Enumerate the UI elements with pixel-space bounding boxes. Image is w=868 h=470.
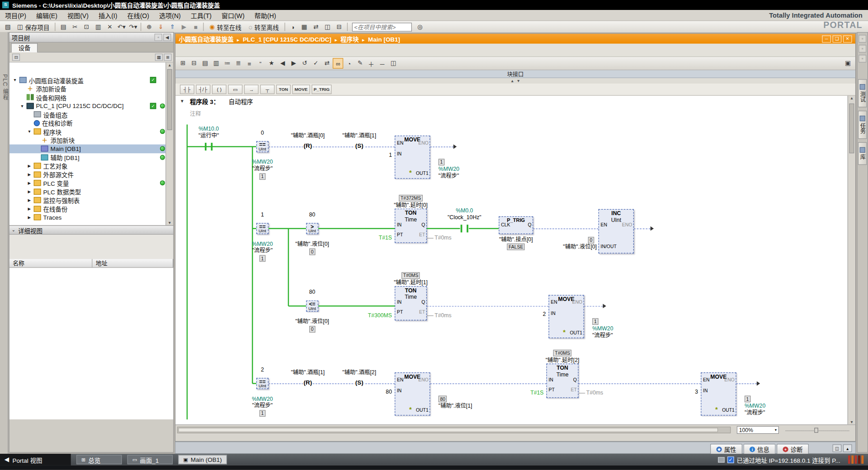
cut-icon[interactable]: ✂ bbox=[70, 22, 80, 32]
scroll-down-icon[interactable]: ▼ bbox=[166, 221, 173, 225]
task-card-tasks[interactable]: 任务 bbox=[858, 111, 867, 139]
close-button[interactable]: ✕ bbox=[843, 35, 852, 42]
monitor-value-once-icon[interactable]: ◔ bbox=[344, 58, 354, 69]
delete-row-icon[interactable]: ▥ bbox=[211, 58, 222, 69]
tree-item[interactable]: ▶PLC 变量 bbox=[9, 179, 165, 188]
network-comments-toggle-icon[interactable]: ” bbox=[255, 58, 265, 69]
breadcrumb-item[interactable]: 小圆瓶自动灌装旋盖 bbox=[179, 36, 234, 43]
favorite-ptrig[interactable]: P_TRIG bbox=[311, 85, 332, 94]
menu-item[interactable]: 在线(O) bbox=[122, 9, 154, 20]
online-diagnostics-icon[interactable]: ◑ bbox=[287, 22, 298, 32]
compile-icon[interactable]: ⊕ bbox=[144, 22, 155, 32]
tree-expander-icon[interactable]: ▼ bbox=[19, 104, 25, 108]
paste-icon[interactable]: ▥ bbox=[93, 22, 104, 32]
tree-expander-icon[interactable]: ▼ bbox=[27, 130, 32, 134]
task-card-libraries[interactable]: 库 bbox=[858, 142, 867, 165]
insert-no-contact[interactable]: ┤├ bbox=[180, 85, 194, 94]
undo-icon[interactable]: ↶▾ bbox=[116, 22, 127, 32]
task-card-testing[interactable]: 测试 bbox=[858, 79, 867, 107]
favorite-ton[interactable]: TON bbox=[276, 85, 291, 94]
collapse-panel-icon[interactable]: ◀ bbox=[163, 34, 171, 41]
block-interface-bar[interactable]: 块接口 bbox=[175, 70, 855, 78]
zoom-slider-thumb[interactable] bbox=[814, 428, 818, 433]
menu-item[interactable]: 窗口(W) bbox=[217, 9, 250, 20]
favorites-toggle-icon[interactable]: ★ bbox=[266, 58, 277, 69]
menu-item[interactable]: 插入(I) bbox=[94, 9, 123, 20]
tree-item[interactable]: ▼PLC_1 [CPU 1215C DC/DC/DC]✓ bbox=[9, 102, 165, 110]
cross-reference-icon[interactable]: ⇄ bbox=[310, 22, 321, 32]
splitter-up-icon[interactable]: ▲ bbox=[510, 79, 514, 83]
tree-view-options-icon[interactable]: ▦ bbox=[155, 54, 163, 61]
tree-item[interactable]: Main [OB1] bbox=[9, 145, 165, 153]
scroll-up-icon[interactable]: ▲ bbox=[848, 96, 855, 100]
insert-open-branch[interactable]: → bbox=[244, 85, 259, 94]
details-view-header[interactable]: ⌄ 详细视图 bbox=[9, 225, 173, 235]
menu-item[interactable]: 编辑(E) bbox=[31, 9, 62, 20]
interface-splitter[interactable]: ▲ ▼ bbox=[175, 78, 855, 84]
tree-item[interactable]: ＋添加新块 bbox=[9, 136, 165, 145]
network-collapse-icon[interactable]: ▼ bbox=[180, 99, 184, 104]
zoom-select[interactable]: 100% ▾ bbox=[737, 426, 779, 434]
collapsed-pane-2-icon[interactable]: ▫ bbox=[859, 45, 866, 52]
delete-network-icon[interactable]: ⊟ bbox=[189, 58, 199, 69]
download-to-device-icon[interactable]: ⇓ bbox=[155, 22, 166, 32]
ladder-contact[interactable] bbox=[205, 143, 207, 150]
tree-expander-icon[interactable]: ▼ bbox=[12, 78, 18, 82]
zoom-out-icon[interactable]: － bbox=[377, 58, 387, 69]
tree-item[interactable]: ▼程序块 bbox=[9, 127, 165, 136]
stop-cpu-icon[interactable]: ■ bbox=[190, 22, 201, 32]
tree-item[interactable]: ▶Traces bbox=[9, 213, 165, 221]
ladder-contact[interactable] bbox=[467, 225, 468, 232]
collapse-inspector-icon[interactable]: ▴ bbox=[843, 444, 852, 452]
menu-item[interactable]: 选项(N) bbox=[154, 9, 186, 20]
tree-item[interactable]: ▶监控与强制表 bbox=[9, 196, 165, 204]
insert-empty-box[interactable]: ▭ bbox=[228, 85, 242, 94]
expand-all-networks-icon[interactable]: ≣ bbox=[233, 58, 244, 69]
pin-panel-icon[interactable]: ▫ bbox=[155, 34, 162, 41]
splitter-down-icon[interactable]: ▼ bbox=[516, 79, 520, 83]
tree-expander-icon[interactable]: ▶ bbox=[27, 198, 32, 202]
start-cpu-icon[interactable]: ▶ bbox=[179, 22, 189, 32]
split-editor-vertical-icon[interactable]: ⊟ bbox=[334, 22, 344, 32]
insert-nc-contact[interactable]: ┤/├ bbox=[196, 85, 210, 94]
portal-view-button[interactable]: ◀ Portal 视图 bbox=[0, 454, 71, 465]
tree-expander-icon[interactable]: ▶ bbox=[27, 207, 32, 211]
tree-expander-icon[interactable]: ▶ bbox=[27, 172, 32, 177]
print-icon[interactable]: ▤ bbox=[58, 22, 69, 32]
modify-operand-icon[interactable]: ✎ bbox=[355, 58, 365, 69]
tab-properties[interactable]: ◆属性 bbox=[710, 444, 742, 454]
breadcrumb-item[interactable]: 程序块 bbox=[340, 36, 359, 43]
split-editor-icon[interactable]: ◫ bbox=[388, 58, 398, 69]
ladder-contact[interactable] bbox=[461, 225, 462, 232]
absolute-symbolic-operands-icon[interactable]: ≔ bbox=[222, 58, 232, 69]
search-in-project-icon[interactable]: ◎ bbox=[415, 22, 425, 32]
split-editor-horizontal-icon[interactable]: ◫ bbox=[322, 22, 333, 32]
maximize-button[interactable]: ❏ bbox=[833, 35, 842, 42]
delete-icon[interactable]: ✕ bbox=[104, 22, 115, 32]
insert-close-branch[interactable]: ┬ bbox=[260, 85, 275, 94]
insert-coil[interactable]: ( ) bbox=[212, 85, 226, 94]
taskbar-overview[interactable]: ⊞总览 bbox=[76, 455, 122, 465]
tree-item[interactable]: 在线和诊断 bbox=[9, 119, 165, 127]
go-online-button[interactable]: ◉转至在线 bbox=[206, 22, 245, 32]
menu-item[interactable]: 项目(P) bbox=[0, 9, 31, 20]
tree-item[interactable]: ▶在线备份 bbox=[9, 204, 165, 213]
copy-icon[interactable]: ⊡ bbox=[81, 22, 92, 32]
project-search-input[interactable] bbox=[352, 23, 411, 32]
tab-info[interactable]: i信息 bbox=[743, 444, 775, 454]
column-name[interactable]: 名称 bbox=[9, 259, 93, 268]
scroll-thumb[interactable] bbox=[178, 428, 718, 432]
float-inspector-icon[interactable]: ◫ bbox=[833, 444, 842, 452]
tree-outline-icon[interactable]: ⊟ bbox=[12, 54, 20, 61]
editor-vertical-scrollbar[interactable]: ▲ ▼ bbox=[848, 96, 855, 424]
column-address[interactable]: 地址 bbox=[92, 259, 173, 268]
breadcrumb-item[interactable]: PLC_1 [CPU 1215C DC/DC/DC] bbox=[243, 36, 331, 43]
tree-context-menu-icon[interactable]: ≣ bbox=[164, 54, 171, 61]
editor-horizontal-scrollbar[interactable] bbox=[177, 427, 731, 433]
consistency-check-icon[interactable]: ✓ bbox=[311, 58, 321, 69]
scroll-up-icon[interactable]: ▲ bbox=[166, 63, 173, 67]
tree-expander-icon[interactable]: ▶ bbox=[27, 164, 32, 168]
next-position-icon[interactable]: ▶ bbox=[288, 58, 299, 69]
ladder-contact[interactable] bbox=[211, 143, 213, 150]
collapsed-pane-1-icon[interactable]: ▫ bbox=[859, 35, 866, 42]
